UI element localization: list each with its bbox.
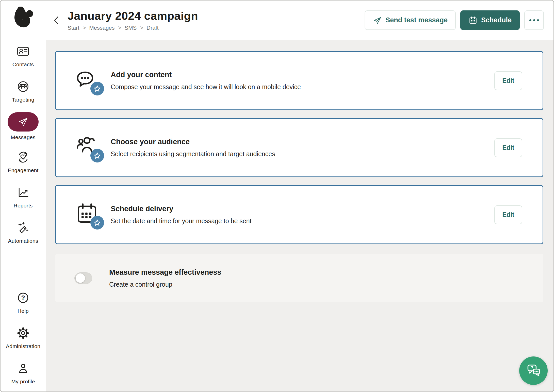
help-icon: ? (16, 290, 30, 305)
step-description: Compose your message and see how it will… (111, 83, 494, 91)
sidebar-item-administration[interactable]: Administration (1, 320, 46, 355)
svg-text:?: ? (21, 294, 25, 301)
engagement-icon (16, 150, 30, 165)
page-title: January 2024 campaign (68, 9, 198, 23)
toggle-knob (76, 273, 85, 283)
chevron-left-icon (53, 15, 60, 26)
person-icon (16, 361, 30, 376)
header-actions: Send test message Schedule (365, 10, 544, 30)
sidebar-item-label: Messages (11, 134, 35, 140)
sidebar-item-label: Automations (8, 238, 38, 244)
sidebar-item-engagement[interactable]: Engagement (1, 144, 46, 179)
edit-schedule-button[interactable]: Edit (494, 205, 522, 224)
sidebar: Contacts Targeting (1, 1, 46, 391)
sidebar-item-label: My profile (11, 379, 35, 385)
sidebar-item-label: Help (18, 308, 29, 314)
breadcrumb-sms[interactable]: SMS (124, 25, 137, 31)
breadcrumb: Start > Messages > SMS > Draft (68, 25, 198, 31)
step-card-choose-audience: Choose your audience Select recipients u… (55, 118, 543, 177)
send-test-message-label: Send test message (385, 16, 448, 24)
calendar-icon (75, 202, 102, 228)
reports-icon (16, 185, 30, 200)
sidebar-item-label: Contacts (12, 61, 34, 68)
ellipsis-icon (537, 19, 539, 21)
app-window: Contacts Targeting (0, 0, 554, 392)
measure-text: Measure message effectiveness Create a c… (109, 268, 524, 288)
step-title: Schedule delivery (111, 205, 494, 213)
breadcrumb-messages[interactable]: Messages (89, 25, 115, 31)
sidebar-item-automations[interactable]: Automations (1, 215, 46, 250)
more-options-button[interactable] (524, 10, 544, 30)
sidebar-item-reports[interactable]: Reports (1, 179, 46, 215)
sidebar-nav-bottom: ? Help (1, 285, 46, 391)
sidebar-item-label: Administration (6, 343, 40, 349)
targeting-icon (16, 79, 30, 94)
step-title: Add your content (111, 71, 494, 79)
measure-effectiveness-section: Measure message effectiveness Create a c… (55, 254, 543, 302)
step-description: Set the date and time for your message t… (111, 217, 494, 225)
active-nav-pill (8, 112, 39, 132)
step-text: Add your content Compose your message an… (111, 71, 494, 91)
edit-audience-button[interactable]: Edit (494, 138, 522, 157)
send-test-message-button[interactable]: Send test message (365, 10, 456, 30)
control-group-toggle[interactable] (74, 272, 92, 284)
sidebar-item-label: Targeting (12, 97, 34, 103)
step-card-add-content: Add your content Compose your message an… (55, 51, 543, 110)
page-header: January 2024 campaign Start > Messages >… (46, 1, 553, 40)
sidebar-item-label: Reports (14, 203, 33, 209)
sidebar-item-label: Engagement (8, 167, 38, 173)
step-text: Choose your audience Select recipients u… (111, 138, 494, 158)
title-block: January 2024 campaign Start > Messages >… (68, 9, 198, 31)
step-description: Select recipients using segmentation and… (111, 150, 494, 158)
breadcrumb-separator: > (140, 25, 143, 31)
star-badge-icon (90, 216, 104, 230)
sidebar-item-messages[interactable]: Messages (1, 109, 46, 144)
breadcrumb-draft[interactable]: Draft (146, 25, 159, 31)
voyado-logo[interactable] (1, 1, 46, 38)
step-title: Choose your audience (111, 138, 494, 146)
measure-title: Measure message effectiveness (109, 268, 524, 276)
breadcrumb-separator: > (118, 25, 121, 31)
gear-icon (16, 326, 30, 340)
star-badge-icon (90, 82, 104, 95)
svg-text:?: ? (531, 365, 533, 370)
sidebar-item-my-profile[interactable]: My profile (1, 355, 46, 390)
paper-plane-icon (373, 16, 382, 25)
voyado-logo-icon (12, 7, 34, 30)
contact-card-icon (16, 44, 30, 59)
step-card-schedule-delivery: Schedule delivery Set the date and time … (55, 185, 543, 244)
magic-wand-icon (16, 220, 30, 235)
ellipsis-icon (529, 19, 531, 21)
schedule-button-label: Schedule (481, 16, 512, 24)
step-text: Schedule delivery Set the date and time … (111, 205, 494, 225)
calendar-icon (468, 16, 478, 25)
star-badge-icon (90, 149, 104, 162)
sidebar-item-help[interactable]: ? Help (1, 285, 46, 320)
chat-bubble-icon (75, 68, 102, 94)
sidebar-nav: Contacts Targeting (1, 38, 46, 250)
paper-plane-icon (17, 116, 29, 128)
breadcrumb-separator: > (83, 25, 86, 31)
help-chat-button[interactable]: ? (519, 356, 548, 385)
people-group-icon (75, 135, 102, 161)
sidebar-item-contacts[interactable]: Contacts (1, 38, 46, 73)
sidebar-item-targeting[interactable]: Targeting (1, 73, 46, 109)
main-content: Add your content Compose your message an… (46, 40, 553, 391)
ellipsis-icon (533, 19, 535, 21)
back-button[interactable] (50, 14, 62, 26)
chat-question-icon: ? (524, 361, 543, 381)
measure-description: Create a control group (109, 281, 524, 288)
breadcrumb-start[interactable]: Start (68, 25, 79, 31)
edit-content-button[interactable]: Edit (494, 71, 522, 90)
schedule-button[interactable]: Schedule (460, 10, 520, 30)
